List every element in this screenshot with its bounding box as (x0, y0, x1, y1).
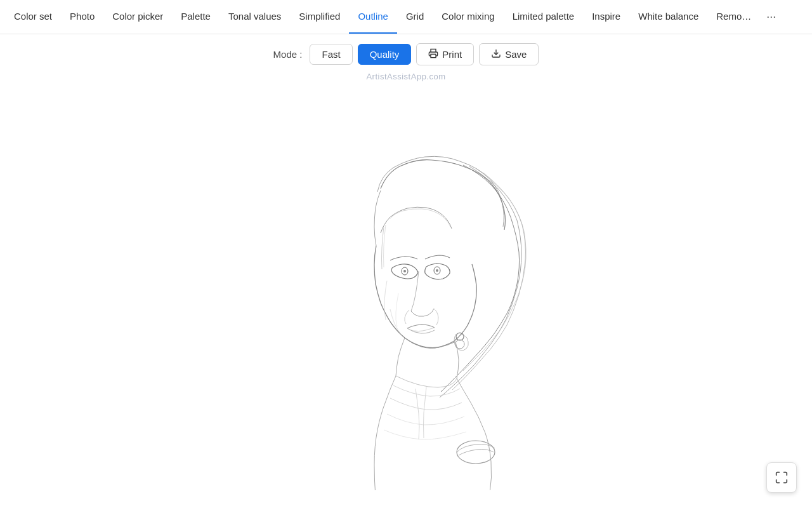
nav-item-simplified[interactable]: Simplified (290, 0, 349, 34)
nav-item-grid[interactable]: Grid (397, 0, 433, 34)
nav-item-color-set[interactable]: Color set (5, 0, 61, 34)
canvas-area (0, 84, 812, 490)
print-icon (428, 48, 438, 60)
mode-quality-button[interactable]: Quality (358, 44, 412, 65)
nav-item-palette[interactable]: Palette (172, 0, 219, 34)
outline-svg (254, 84, 558, 490)
nav-item-limited-palette[interactable]: Limited palette (504, 0, 584, 34)
nav-item-tonal-values[interactable]: Tonal values (219, 0, 290, 34)
save-label: Save (505, 49, 527, 60)
watermark: ArtistAssistApp.com (0, 72, 812, 81)
print-label: Print (442, 49, 462, 60)
nav-item-remo[interactable]: Remo… (707, 0, 760, 34)
nav-item-color-mixing[interactable]: Color mixing (433, 0, 503, 34)
mode-label: Mode : (273, 49, 303, 60)
nav-more-button[interactable]: ··· (760, 0, 782, 34)
fullscreen-icon (775, 471, 789, 485)
mode-fast-button[interactable]: Fast (310, 44, 352, 65)
svg-rect-2 (254, 84, 558, 490)
nav-item-photo[interactable]: Photo (61, 0, 103, 34)
nav-item-white-balance[interactable]: White balance (629, 0, 707, 34)
nav-bar: Color setPhotoColor pickerPaletteTonal v… (0, 0, 812, 34)
svg-point-7 (436, 269, 438, 272)
save-button[interactable]: Save (479, 43, 539, 65)
print-button[interactable]: Print (416, 43, 474, 65)
nav-item-inspire[interactable]: Inspire (583, 0, 629, 34)
svg-point-5 (403, 270, 406, 272)
nav-item-color-picker[interactable]: Color picker (103, 0, 172, 34)
nav-item-outline[interactable]: Outline (349, 0, 397, 34)
outline-image (254, 84, 558, 490)
svg-rect-0 (431, 54, 436, 57)
mode-bar: Mode : Fast Quality Print Save (0, 34, 812, 72)
save-icon (491, 48, 501, 60)
fullscreen-button[interactable] (766, 462, 797, 493)
